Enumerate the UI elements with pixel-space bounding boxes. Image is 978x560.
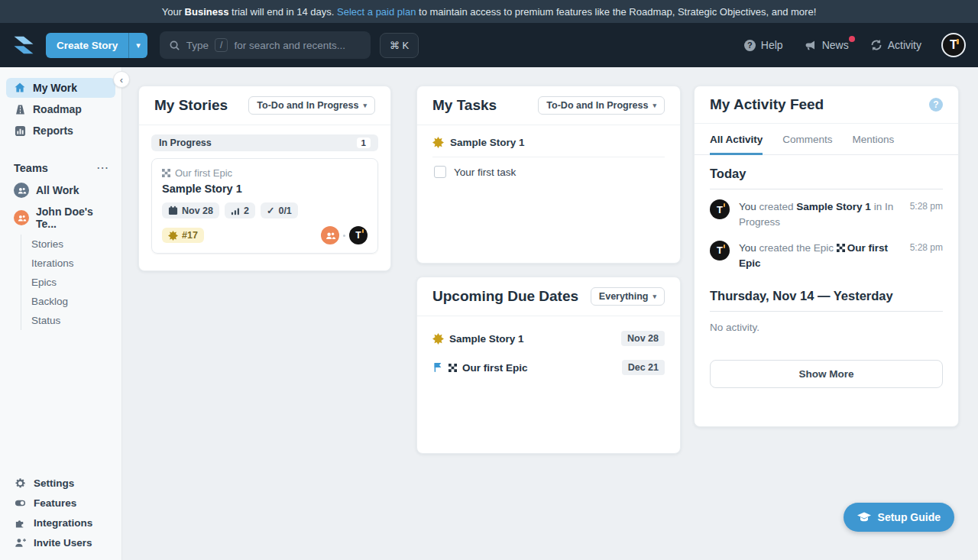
tab-all-activity[interactable]: All Activity <box>710 124 763 155</box>
sidebar-item-integrations[interactable]: Integrations <box>0 513 121 532</box>
story-title: Sample Story 1 <box>162 183 368 195</box>
my-stories-card: My Stories To-Do and In Progress ▾ In Pr… <box>138 86 391 271</box>
story-card[interactable]: Our first Epic Sample Story 1 Nov 28 2 ✓… <box>151 158 378 254</box>
feed-avatar: T <box>710 241 730 261</box>
filter-label: To-Do and In Progress <box>257 100 358 111</box>
user-avatar[interactable]: T <box>941 33 966 57</box>
task-checkbox[interactable] <box>434 166 446 178</box>
sidebar-item-all-work[interactable]: All Work <box>0 180 121 201</box>
teams-header-label: Teams <box>14 162 48 174</box>
bottom-item-label: Integrations <box>34 517 92 529</box>
my-activity-feed-card: My Activity Feed ? All Activity Comments… <box>694 86 959 427</box>
sidebar-item-status[interactable]: Status <box>21 311 121 330</box>
gear-icon <box>14 477 26 489</box>
due-date-badge: Nov 28 <box>162 202 219 218</box>
activity-feed-title: My Activity Feed <box>710 96 824 113</box>
sidebar-item-epics[interactable]: Epics <box>21 273 121 292</box>
due-date-row[interactable]: Sample Story 1 Nov 28 <box>432 324 665 353</box>
sidebar-item-iterations[interactable]: Iterations <box>21 254 121 273</box>
feed-timestamp: 5:28 pm <box>910 241 943 272</box>
feed-action: created <box>759 201 797 212</box>
group-count-badge: 1 <box>357 138 371 148</box>
activity-label: Activity <box>888 39 921 51</box>
sidebar-item-team[interactable]: John Doe's Te... <box>0 202 121 233</box>
sidebar-item-backlog[interactable]: Backlog <box>21 292 121 311</box>
priority-bars-icon <box>231 206 240 215</box>
sidebar-item-reports[interactable]: Reports <box>6 121 115 141</box>
my-tasks-filter-dropdown[interactable]: To-Do and In Progress ▾ <box>538 96 665 115</box>
no-activity-text: No activity. <box>710 312 943 343</box>
feed-target-link[interactable]: Sample Story 1 <box>796 201 871 212</box>
task-label: Your first task <box>454 167 516 178</box>
top-nav: Create Story ▾ Type / for search and rec… <box>0 23 978 67</box>
help-tooltip-icon[interactable]: ? <box>929 98 943 112</box>
requester-avatar[interactable] <box>321 226 339 244</box>
avatar-accent-mark <box>362 229 364 233</box>
news-label: News <box>822 39 849 51</box>
bottom-item-label: Invite Users <box>34 537 92 549</box>
due-date-row[interactable]: Our first Epic Dec 21 <box>432 353 665 382</box>
owner-avatar[interactable]: T <box>349 226 368 244</box>
sidebar: ‹ My Work Roadmap Reports Teams ⋯ All Wo… <box>0 67 122 560</box>
shortcut-logo[interactable] <box>12 34 35 57</box>
tasks-progress-badge: ✓ 0/1 <box>261 202 298 218</box>
news-button[interactable]: News <box>805 39 849 51</box>
feed-avatar: T <box>710 199 730 219</box>
separator-dot <box>343 235 345 237</box>
avatar-letter: T <box>717 244 723 256</box>
sidebar-item-label: Reports <box>33 125 73 137</box>
teams-section-header: Teams ⋯ <box>0 160 121 175</box>
my-tasks-title: My Tasks <box>432 97 497 114</box>
toggle-icon <box>14 497 26 509</box>
help-button[interactable]: ? Help <box>744 39 783 51</box>
show-more-button[interactable]: Show More <box>710 360 943 388</box>
search-icon <box>169 40 180 51</box>
sidebar-item-my-work[interactable]: My Work <box>6 78 115 98</box>
avatar-letter: T <box>355 230 361 241</box>
sidebar-item-settings[interactable]: Settings <box>0 473 121 493</box>
team-label: All Work <box>36 184 79 196</box>
create-story-dropdown-button[interactable]: ▾ <box>128 33 147 58</box>
puzzle-icon <box>14 516 26 529</box>
setup-guide-button[interactable]: Setup Guide <box>844 503 954 532</box>
due-dates-title: Upcoming Due Dates <box>432 288 578 305</box>
sidebar-item-roadmap[interactable]: Roadmap <box>6 99 115 119</box>
all-work-avatar-icon <box>14 183 29 198</box>
create-story-button[interactable]: Create Story <box>46 33 128 58</box>
activity-button[interactable]: Activity <box>870 39 921 51</box>
points-value: 2 <box>244 206 249 216</box>
story-star-icon <box>432 137 444 148</box>
due-date-badge: Dec 21 <box>622 360 665 375</box>
epic-checkered-flag-icon <box>162 169 170 177</box>
tab-mentions[interactable]: Mentions <box>853 124 895 155</box>
news-notification-dot <box>849 36 855 42</box>
team-avatar-icon <box>14 210 29 225</box>
select-paid-plan-link[interactable]: Select a paid plan <box>337 6 416 18</box>
chevron-down-icon: ▾ <box>653 293 656 300</box>
chevron-down-icon: ▾ <box>136 40 141 50</box>
trial-banner: Your Business trial will end in 14 days.… <box>0 0 978 23</box>
due-dates-filter-dropdown[interactable]: Everything ▾ <box>591 287 665 306</box>
avatar-accent-mark <box>724 203 725 207</box>
activity-feed-tabs: All Activity Comments Mentions <box>695 124 958 155</box>
story-star-icon <box>168 231 178 241</box>
tasks-value: 0/1 <box>278 206 291 216</box>
tab-comments[interactable]: Comments <box>782 124 832 155</box>
sidebar-collapse-button[interactable]: ‹ <box>113 71 130 88</box>
cmd-k-shortcut-hint: ⌘ K <box>380 33 419 58</box>
feed-item: T You created Sample Story 1 in In Progr… <box>710 199 943 231</box>
search-input[interactable]: Type / for search and recents... <box>160 31 371 59</box>
feed-actor: You <box>739 201 759 212</box>
chevron-down-icon: ▾ <box>363 102 367 109</box>
story-id-value: #17 <box>182 230 198 241</box>
sidebar-item-stories[interactable]: Stories <box>21 235 121 254</box>
in-progress-group-header[interactable]: In Progress 1 <box>151 134 378 151</box>
filter-label: To-Do and In Progress <box>546 100 648 111</box>
my-stories-title: My Stories <box>154 97 228 114</box>
sidebar-item-invite-users[interactable]: Invite Users <box>0 532 121 552</box>
teams-more-button[interactable]: ⋯ <box>96 160 109 175</box>
sidebar-item-features[interactable]: Features <box>0 493 121 513</box>
milestone-flag-icon <box>432 362 443 373</box>
task-story-link[interactable]: Sample Story 1 <box>432 127 665 157</box>
my-stories-filter-dropdown[interactable]: To-Do and In Progress ▾ <box>248 96 375 115</box>
